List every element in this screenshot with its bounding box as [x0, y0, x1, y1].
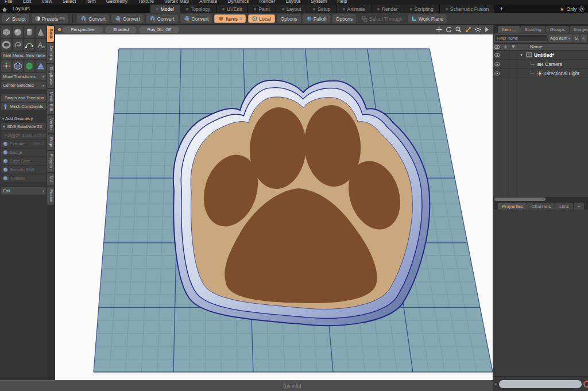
scrollbar-handle[interactable]: [494, 198, 546, 201]
action-center-options-button[interactable]: Options: [277, 14, 301, 23]
eye-icon[interactable]: [493, 69, 501, 78]
item-list-row[interactable]: ▼ Untitled*: [493, 51, 588, 60]
item-panel-tab[interactable]: Shading: [520, 26, 545, 33]
menu-item[interactable]: Render: [260, 0, 276, 2]
viewport-tab[interactable]: Shaded: [105, 26, 137, 33]
expand-arrow-icon[interactable]: [485, 27, 489, 32]
layout-tab[interactable]: Schematic Fusion: [440, 5, 496, 13]
convert-button[interactable]: Convert: [180, 14, 212, 23]
expand-twisty-icon[interactable]: ▼: [520, 53, 524, 57]
sidebar-category-tab[interactable]: Mesh Edit: [47, 89, 54, 114]
eye-icon[interactable]: [493, 51, 501, 59]
add-layout-tab-button[interactable]: +: [495, 5, 508, 13]
work-plane-button[interactable]: Work Plane: [408, 14, 447, 23]
sidebar-category-tab[interactable]: Basic: [47, 26, 54, 42]
sidebar-category-tab[interactable]: UV: [47, 173, 54, 185]
home-icon[interactable]: [0, 5, 9, 13]
sidebar-category-tab[interactable]: Edge: [47, 134, 54, 150]
eye-icon[interactable]: [493, 60, 501, 68]
mesh-constraints-button[interactable]: Mesh Constraints: [1, 103, 46, 110]
wireframe-cube-button[interactable]: [13, 60, 23, 72]
layout-tab[interactable]: Render: [372, 5, 404, 13]
item-panel-tab[interactable]: Groups: [546, 26, 569, 33]
cube-tool-button[interactable]: [1, 26, 11, 38]
curve-tool-button[interactable]: [24, 39, 34, 51]
item-list-row[interactable]: ▼ Camera: [493, 60, 588, 69]
geometry-tool-item[interactable]: SDS Subdivide 2X: [1, 123, 46, 130]
item-panel-tab[interactable]: Images: [570, 26, 588, 33]
menu-item[interactable]: View: [41, 0, 52, 2]
menu-item[interactable]: System: [311, 0, 327, 2]
scopes-button[interactable]: S: [573, 34, 579, 42]
menu-item[interactable]: Select: [63, 0, 76, 2]
layout-tab[interactable]: Scripting: [404, 5, 440, 13]
local-action-center-button[interactable]: Local: [248, 14, 274, 23]
command-input[interactable]: [499, 380, 582, 388]
layout-tab[interactable]: Paint: [248, 5, 276, 13]
layout-tab[interactable]: Setup: [307, 5, 336, 13]
viewport-tab[interactable]: Ray GL: Off: [139, 26, 179, 33]
add-item-dropdown[interactable]: Add Item ▾: [548, 34, 572, 42]
name-column-header[interactable]: Name: [517, 44, 542, 49]
torus-tool-button[interactable]: [1, 39, 11, 51]
viewport-tab[interactable]: Perspective: [63, 26, 103, 33]
menu-item[interactable]: Vertex Map: [164, 0, 189, 2]
layout-tab[interactable]: Topology: [180, 5, 216, 13]
convert-button[interactable]: Convert: [146, 14, 178, 23]
more-transforms-dropdown[interactable]: More Transforms▾: [1, 73, 46, 80]
item-panel-tab[interactable]: Item ...: [498, 26, 520, 33]
layout-tab[interactable]: UVEdit: [216, 5, 248, 13]
sidebar-category-tab[interactable]: Polygon: [47, 151, 54, 172]
star-icon[interactable]: ★: [559, 6, 564, 12]
sphere-mesh-button[interactable]: [24, 60, 34, 72]
snaps-precision-button[interactable]: Snaps and Precision: [1, 94, 46, 102]
convert-button[interactable]: Convert: [77, 14, 109, 23]
sphere-tool-button[interactable]: [13, 26, 23, 38]
menu-item[interactable]: Layout: [285, 0, 300, 2]
cylinder-tool-button[interactable]: [24, 26, 34, 38]
command-options-button[interactable]: [583, 381, 588, 388]
gear-icon[interactable]: [475, 26, 481, 33]
menu-item[interactable]: Geometry: [106, 0, 127, 2]
geometry-tool-item[interactable]: Edge Slice: [1, 157, 46, 165]
items-mode-button[interactable]: Items 5: [214, 14, 246, 23]
ear-shape-tool-button[interactable]: [13, 39, 23, 51]
viewport-canvas[interactable]: [55, 34, 493, 380]
layout-tab[interactable]: Layout: [276, 5, 308, 13]
select-through-button[interactable]: Select Through: [358, 14, 406, 23]
item-menu-dropdown[interactable]: Item Menu: New Item▾: [1, 52, 46, 59]
properties-panel-tab[interactable]: Lists: [555, 203, 572, 210]
rotate-icon[interactable]: [446, 26, 452, 33]
item-list-row[interactable]: ▼ Directional Light: [493, 69, 588, 78]
cone-tool-button[interactable]: [36, 26, 46, 38]
properties-panel-tab[interactable]: Properties: [498, 203, 527, 210]
convert-button[interactable]: Convert: [111, 14, 144, 23]
falloff-options-button[interactable]: Options: [332, 14, 356, 23]
add-geometry-section-header[interactable]: ▾ Add Geometry: [1, 115, 46, 122]
menu-item[interactable]: File: [5, 0, 13, 2]
menu-item[interactable]: Dynamics: [227, 0, 249, 2]
edit-dropdown[interactable]: Edit▾: [1, 187, 46, 195]
gear-icon[interactable]: [579, 6, 585, 12]
presets-button[interactable]: Presets F6: [32, 14, 69, 23]
properties-panel-tab[interactable]: +: [574, 203, 585, 210]
transform-gizmo-button[interactable]: [1, 60, 11, 72]
filters-button[interactable]: F: [581, 34, 587, 42]
zoom-icon[interactable]: [455, 26, 462, 33]
only-label[interactable]: Only: [567, 6, 577, 12]
filter-items-input[interactable]: [494, 34, 547, 42]
menu-item[interactable]: Help: [337, 0, 347, 2]
menu-item[interactable]: Item: [86, 0, 96, 2]
lock-column-icon[interactable]: [501, 44, 509, 50]
geometry-tool-item[interactable]: Thicken: [1, 175, 46, 182]
text-tool-button[interactable]: Aa: [36, 39, 46, 51]
center-selected-dropdown[interactable]: Center Selected▾: [1, 82, 46, 89]
tag-column-icon[interactable]: [509, 44, 517, 50]
horizontal-scrollbar[interactable]: [493, 197, 588, 202]
layout-tab[interactable]: Animate: [337, 5, 372, 13]
link-icon[interactable]: [465, 26, 471, 33]
geometry-tool-item[interactable]: Smooth Shift: [1, 166, 46, 173]
sidebar-category-tab[interactable]: Fusion: [47, 187, 54, 206]
layouts-label[interactable]: Layouts: [9, 5, 36, 13]
pan-icon[interactable]: [436, 26, 442, 33]
